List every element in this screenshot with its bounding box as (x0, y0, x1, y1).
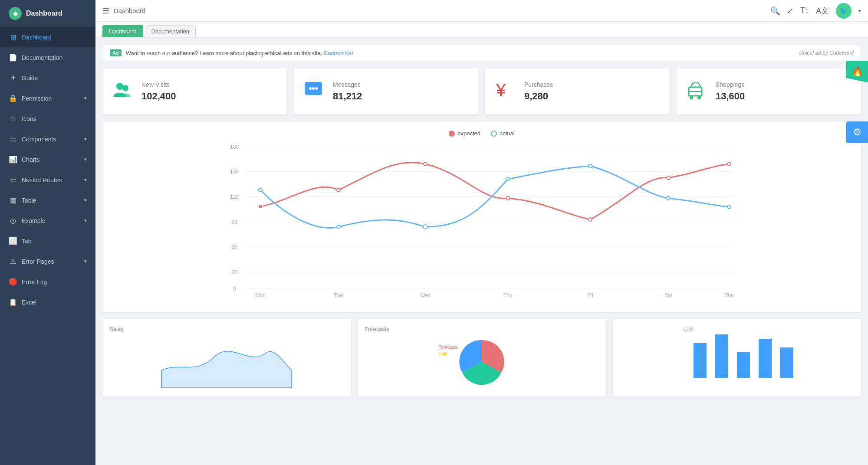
sidebar-item-table[interactable]: ▦ Table ▾ (0, 190, 95, 210)
logo-icon: ◈ (9, 7, 22, 20)
sidebar-icon-icons: ☆ (9, 115, 17, 123)
svg-point-37 (667, 176, 670, 180)
sidebar-item-error-pages[interactable]: ⚠ Error Pages ▾ (0, 251, 95, 272)
sidebar-item-icons[interactable]: ☆ Icons (0, 108, 95, 129)
sidebar-item-permission[interactable]: 🔒 Permission ▾ (0, 88, 95, 108)
ad-banner: Ad Want to reach our audience? Learn mor… (102, 45, 861, 61)
sidebar-label-table: Table (22, 197, 80, 204)
sidebar-label-permission: Permission (22, 95, 80, 102)
avatar[interactable]: 🐦 (836, 3, 852, 19)
svg-rect-49 (694, 343, 707, 378)
chevron-icon-error-pages: ▾ (84, 259, 87, 264)
svg-point-10 (697, 96, 701, 99)
chevron-icon-table: ▾ (84, 197, 87, 203)
bar-chart-card: 1,200 (613, 319, 861, 396)
messages-info: Messages 81,212 (333, 81, 362, 102)
sidebar-label-excel: Excel (22, 299, 87, 306)
forecasts-chart-card: Forecasts Forecasts Gold (358, 319, 606, 396)
sidebar-item-tab[interactable]: ⬜ Tab (0, 231, 95, 251)
sidebar-icon-table: ▦ (9, 196, 17, 204)
forecasts-chart-svg: Forecasts Gold (365, 336, 599, 388)
bar-chart-svg: 1,200 (620, 326, 854, 382)
sidebar-icon-guide: ✈ (9, 74, 17, 82)
sidebar-item-documentation[interactable]: 📄 Documentation (0, 47, 95, 68)
svg-point-32 (258, 204, 263, 209)
svg-rect-53 (780, 347, 793, 378)
messages-value: 81,212 (333, 91, 362, 102)
chevron-icon-permission: ▾ (84, 95, 87, 101)
sales-chart-card: Sales (102, 319, 351, 396)
sales-label: Sales (109, 326, 344, 332)
main-chart-card: expected actual 180 150 120 90 60 30 0 (102, 121, 861, 312)
sidebar-label-example: Example (22, 217, 80, 224)
main-line-chart: 180 150 120 90 60 30 0 (111, 141, 852, 301)
sidebar-item-charts[interactable]: 📊 Charts ▾ (0, 149, 95, 170)
shoppings-label: Shoppings (716, 81, 745, 88)
sidebar-label-guide: Guide (22, 75, 87, 82)
float-blue-settings[interactable]: ⚙ (846, 121, 868, 143)
expand-icon[interactable]: ⤢ (787, 6, 793, 16)
stat-card-purchases: ¥ Purchases 9,280 (485, 68, 670, 115)
sidebar-item-excel[interactable]: 📋 Excel (0, 292, 95, 312)
stat-card-new-visits: New Visits 102,400 (102, 68, 287, 115)
sidebar-label-dashboard: Dashboard (22, 34, 87, 41)
sidebar-label-error-pages: Error Pages (22, 258, 80, 265)
text-height-icon[interactable]: T↕ (800, 6, 809, 15)
new-visits-icon (111, 79, 133, 104)
sidebar-icon-error-log: 🔴 (9, 278, 17, 286)
chevron-icon-charts: ▾ (84, 157, 87, 162)
sidebar-item-error-log[interactable]: 🔴 Error Log (0, 272, 95, 292)
svg-point-44 (667, 196, 670, 200)
shoppings-value: 13,600 (716, 91, 745, 102)
tab-dashboard[interactable]: Dashboard (102, 25, 143, 37)
svg-text:Tue: Tue (334, 292, 343, 298)
svg-rect-51 (737, 352, 750, 378)
menu-button[interactable]: ☰ (102, 6, 109, 16)
chart-svg-wrapper: 180 150 120 90 60 30 0 (111, 141, 852, 303)
content-area: Ad Want to reach our audience? Learn mor… (95, 38, 868, 465)
svg-point-42 (506, 177, 510, 181)
messages-icon (302, 79, 324, 104)
purchases-icon: ¥ (494, 79, 516, 104)
sidebar-item-dashboard[interactable]: ⊞ Dashboard (0, 27, 95, 47)
sidebar-label-nested-routes: Nested Routes (22, 177, 80, 183)
svg-point-39 (259, 188, 262, 192)
tab-documentation[interactable]: Documentation (145, 25, 196, 37)
sidebar-label-error-log: Error Log (22, 278, 87, 285)
messages-label: Messages (333, 81, 362, 88)
svg-text:Gold: Gold (438, 351, 447, 356)
shoppings-info: Shoppings 13,600 (716, 81, 745, 102)
svg-text:Sun: Sun (724, 292, 733, 298)
chevron-icon-components: ▾ (84, 136, 87, 142)
sidebar-icon-example: ◎ (9, 216, 17, 225)
sidebar-item-guide[interactable]: ✈ Guide (0, 68, 95, 88)
sidebar-item-nested-routes[interactable]: ⚏ Nested Routes ▾ (0, 170, 95, 190)
search-icon[interactable]: 🔍 (770, 6, 780, 16)
svg-text:60: 60 (231, 244, 237, 250)
sidebar-item-example[interactable]: ◎ Example ▾ (0, 210, 95, 231)
header-title: Dashboard (114, 7, 766, 14)
header-icons: 🔍 ⤢ T↕ A文 🐦 ▾ (770, 3, 861, 19)
sidebar-icon-nested-routes: ⚏ (9, 176, 17, 184)
new-visits-value: 102,400 (141, 91, 176, 102)
ad-attribution: ethical ad by CodeFund (799, 50, 854, 56)
ad-badge: Ad (110, 49, 122, 56)
sidebar-icon-permission: 🔒 (9, 94, 17, 102)
svg-point-45 (727, 205, 731, 209)
svg-text:Forecasts: Forecasts (438, 345, 457, 350)
sidebar-item-components[interactable]: ⚏ Components ▾ (0, 129, 95, 149)
sidebar-icon-error-pages: ⚠ (9, 257, 17, 265)
sidebar-label-tab: Tab (22, 238, 87, 245)
purchases-value: 9,280 (524, 91, 553, 102)
svg-text:180: 180 (230, 144, 239, 150)
chevron-icon-example: ▾ (84, 218, 87, 223)
svg-point-38 (727, 162, 731, 166)
legend-expected-label: expected (457, 130, 480, 137)
svg-point-1 (122, 85, 128, 91)
svg-point-9 (690, 96, 693, 99)
avatar-dropdown-icon[interactable]: ▾ (858, 8, 861, 14)
ad-contact-link[interactable]: Contact Us! (324, 50, 353, 56)
svg-text:90: 90 (231, 219, 237, 225)
ad-text: Want to reach our audience? Learn more a… (126, 50, 353, 56)
translate-icon[interactable]: A文 (816, 6, 829, 16)
